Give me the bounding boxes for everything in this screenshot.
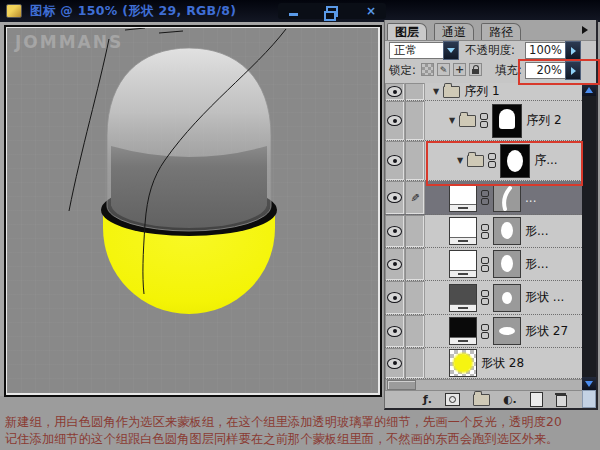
eye-cell[interactable] [385, 281, 405, 314]
eye-cell[interactable] [385, 83, 405, 100]
layer-row-content[interactable]: ▼序列 2 [425, 101, 582, 140]
lock-all-icon[interactable] [469, 63, 482, 76]
lock-transparency-icon[interactable] [421, 63, 434, 76]
layer-row-content[interactable]: ... [425, 181, 582, 214]
layer-mask-thumbnail[interactable] [492, 104, 522, 138]
layer-mask-thumbnail[interactable] [500, 144, 530, 178]
link-icon[interactable] [481, 324, 489, 339]
link-icon[interactable] [481, 257, 489, 272]
layer-thumbnail[interactable] [449, 317, 477, 345]
eye-icon[interactable] [387, 292, 402, 303]
layer-row[interactable]: ▼序列 1 [385, 83, 582, 101]
layer-row-content[interactable]: 形... [425, 215, 582, 247]
tab-layers[interactable]: 图层 [387, 23, 427, 40]
blend-mode-select[interactable]: 正常 [389, 42, 448, 59]
link-icon[interactable] [481, 190, 489, 205]
scroll-up-icon[interactable] [582, 83, 596, 96]
expander-icon[interactable]: ▼ [433, 87, 439, 96]
eye-cell[interactable] [385, 215, 405, 247]
link-icon[interactable] [481, 224, 489, 239]
expander-icon[interactable]: ▼ [457, 156, 463, 165]
panel-resize-corner[interactable] [582, 390, 596, 408]
link-cell[interactable] [405, 215, 425, 247]
vector-mask-thumbnail[interactable] [493, 217, 521, 245]
tab-channels[interactable]: 通道 [434, 23, 474, 40]
close-icon[interactable]: × [362, 4, 380, 18]
expander-icon[interactable]: ▼ [449, 116, 455, 125]
layer-row[interactable]: ▼序列 2 [385, 101, 582, 141]
document-titlebar[interactable]: 图标 @ 150% (形状 29, RGB/8) × [0, 0, 600, 22]
scroll-down-icon[interactable] [582, 377, 596, 390]
eye-icon[interactable] [387, 86, 402, 97]
eye-icon[interactable] [387, 226, 402, 237]
add-layer-style-icon[interactable]: ƒ. [423, 393, 432, 406]
eye-icon[interactable] [387, 326, 402, 337]
eye-icon[interactable] [387, 259, 402, 270]
link-cell[interactable] [405, 141, 425, 180]
canvas[interactable]: JOMMANS [7, 28, 378, 393]
minimize-icon[interactable] [284, 4, 302, 18]
link-cell[interactable] [405, 101, 425, 140]
eye-cell[interactable] [385, 101, 405, 140]
eye-cell[interactable] [385, 248, 405, 280]
layer-thumbnail[interactable] [449, 250, 477, 278]
new-layer-icon[interactable] [530, 392, 543, 407]
eye-cell[interactable] [385, 181, 405, 214]
vector-mask-thumbnail[interactable] [493, 250, 521, 278]
link-icon[interactable] [480, 113, 488, 128]
horizontal-scrollbar[interactable] [385, 379, 582, 390]
eye-icon[interactable] [387, 192, 402, 203]
delete-layer-icon[interactable] [556, 392, 567, 407]
layer-row[interactable]: 形... [385, 248, 582, 281]
blend-mode-dropdown-icon[interactable] [443, 41, 459, 60]
layer-thumbnail[interactable] [449, 184, 477, 212]
link-cell[interactable]: ✎ [405, 181, 425, 214]
layer-row-content[interactable]: 形状 27 [425, 315, 582, 347]
eye-icon[interactable] [387, 358, 402, 369]
restore-icon[interactable] [323, 4, 341, 18]
layer-row-content[interactable]: 形状 ... [425, 281, 582, 314]
layer-row[interactable]: 形状 28 [385, 348, 582, 379]
scrollbar-thumb[interactable] [387, 380, 416, 390]
vector-mask-thumbnail[interactable] [493, 317, 521, 345]
tab-paths[interactable]: 路径 [481, 23, 521, 40]
lock-image-icon[interactable]: ✎ [437, 63, 450, 76]
eye-cell[interactable] [385, 348, 405, 378]
eye-icon[interactable] [387, 115, 402, 126]
link-cell[interactable] [405, 348, 425, 378]
layer-row-content[interactable]: 形... [425, 248, 582, 280]
layer-thumbnail[interactable] [449, 217, 477, 245]
layer-row-content[interactable]: ▼序列 1 [425, 83, 582, 100]
vertical-scrollbar[interactable] [582, 83, 596, 390]
layer-row-content[interactable]: ▼序... [425, 141, 582, 180]
eye-cell[interactable] [385, 141, 405, 180]
layer-row[interactable]: 形状 27 [385, 315, 582, 348]
new-group-icon[interactable] [473, 394, 490, 406]
vector-mask-thumbnail[interactable] [493, 184, 521, 212]
vector-mask-thumbnail[interactable] [493, 284, 521, 312]
fill-arrow-icon[interactable] [565, 61, 581, 80]
lock-position-icon[interactable]: + [453, 63, 466, 76]
eye-icon[interactable] [387, 155, 402, 166]
eye-cell[interactable] [385, 315, 405, 347]
add-layer-mask-icon[interactable] [445, 393, 460, 406]
layer-row[interactable]: ✎... [385, 181, 582, 215]
layer-row[interactable]: 形状 ... [385, 281, 582, 315]
layer-row[interactable]: 形... [385, 215, 582, 248]
link-cell[interactable] [405, 281, 425, 314]
layer-row[interactable]: ▼序... [385, 141, 582, 181]
link-cell[interactable] [405, 83, 425, 100]
fill-value[interactable]: 20% [525, 62, 566, 79]
link-icon[interactable] [481, 290, 489, 305]
opacity-arrow-icon[interactable] [565, 41, 581, 60]
opacity-value[interactable]: 100% [525, 42, 566, 59]
layer-thumbnail[interactable] [449, 284, 477, 312]
link-icon[interactable] [488, 153, 496, 168]
link-cell[interactable] [405, 248, 425, 280]
new-adjustment-layer-icon[interactable]: ◐. [503, 393, 517, 406]
layer-row-content[interactable]: 形状 28 [425, 348, 582, 378]
panel-menu-icon[interactable] [582, 26, 588, 34]
link-cell[interactable] [405, 315, 425, 347]
layer-thumbnail[interactable] [449, 349, 477, 377]
photoshop-screen: 图标 @ 150% (形状 29, RGB/8) × JOMMANS [0, 0, 600, 450]
